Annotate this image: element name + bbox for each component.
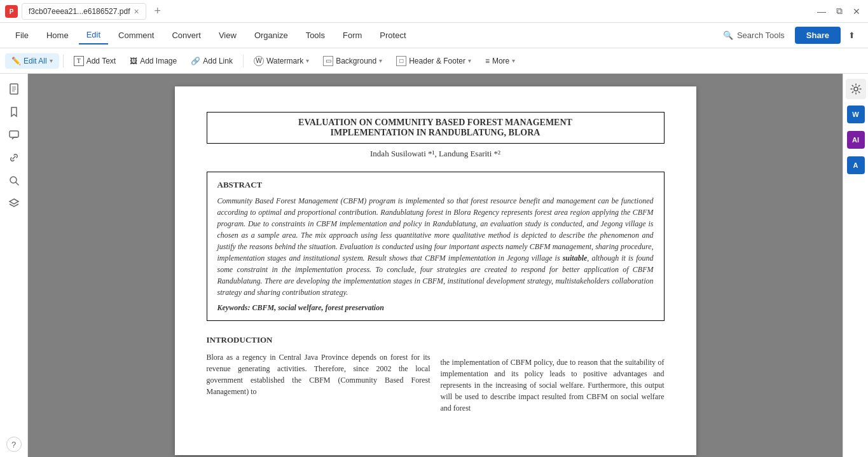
add-text-label: Add Text [86,57,116,65]
add-image-label: Add Image [140,57,177,65]
pdf-title-line2: IMPLEMENTATION IN RANDUBLATUNG, BLORA [220,128,651,138]
intro-col2: the implementation of CBFM policy, due t… [441,334,665,414]
new-tab-button[interactable]: + [150,4,165,19]
menu-comment[interactable]: Comment [111,27,162,44]
app-layout: ? EVALUATION ON COMMUNITY BASED FOREST M… [0,74,868,457]
authors-text: Indah Susilowati *¹, Landung Esariti *² [370,149,500,158]
word-plugin-icon[interactable]: W [846,104,866,125]
sidebar-search-icon[interactable] [4,170,24,191]
keywords-label: Keywords: [217,303,251,312]
text-icon: T [74,56,84,66]
edit-icon: ✏️ [11,57,21,65]
edit-all-label: Edit All [24,57,47,65]
add-image-button[interactable]: 🖼 Add Image [123,53,183,69]
header-footer-label: Header & Footer [409,57,465,65]
image-icon: 🖼 [130,57,137,65]
more-icon: ≡ [485,57,490,65]
chevron-down-icon: ▾ [50,57,53,64]
search-tools-button[interactable]: 🔍 Search Tools [715,27,792,44]
intro-col1-text: Blora as a regency in Central Java Provi… [207,353,431,396]
watermark-icon: W [254,56,264,66]
menu-home[interactable]: Home [39,27,76,44]
separator2 [243,55,244,67]
sidebar-layers-icon[interactable] [4,193,24,214]
sidebar-link-icon[interactable] [4,147,24,168]
svg-point-9 [854,87,858,91]
right-sidebar: W AI A [843,74,868,457]
svg-text:P: P [10,8,14,15]
menu-convert[interactable]: Convert [164,27,209,44]
add-link-label: Add Link [203,57,233,65]
close-button[interactable]: ✕ [850,5,863,18]
main-content[interactable]: EVALUATION ON COMMUNITY BASED FOREST MAN… [28,74,843,457]
intro-col2-text: the implementation of CBFM policy, due t… [441,358,665,413]
background-icon: ▭ [323,56,333,66]
more-label: More [492,57,509,65]
abstract-title: ABSTRACT [217,180,654,190]
more-button[interactable]: ≡ More ▾ [479,53,521,69]
background-button[interactable]: ▭ Background ▾ [317,53,389,69]
menu-edit[interactable]: Edit [79,26,108,44]
header-footer-button[interactable]: □ Header & Footer ▾ [390,53,478,69]
menu-form[interactable]: Form [335,27,369,44]
restore-button[interactable]: ⧉ [834,4,845,18]
left-sidebar: ? [0,74,28,457]
abstract-text: Community Based Forest Management (CBFM)… [217,195,654,298]
tab-close-button[interactable]: × [134,6,139,17]
chevron-down-icon3: ▾ [379,57,382,64]
add-link-button[interactable]: 🔗 Add Link [184,53,239,69]
upload-icon: ⬆ [848,31,855,40]
watermark-label: Watermark [266,57,303,65]
sidebar-bookmark-icon[interactable] [4,102,24,122]
chevron-down-icon4: ▾ [468,57,471,64]
search-icon: 🔍 [723,31,733,40]
link-icon: 🔗 [191,57,200,65]
menu-bar: File Home Edit Comment Convert View Orga… [0,23,868,48]
sidebar-help-icon[interactable]: ? [6,437,22,452]
menu-file[interactable]: File [8,27,36,44]
search-tools-label: Search Tools [737,31,785,40]
intro-col1: INTRODUCTION Blora as a regency in Centr… [207,334,431,414]
menu-organize[interactable]: Organize [247,27,296,44]
title-bar-left: P f3cb07eeea21...e6186527.pdf × + [5,3,809,20]
header-footer-icon: □ [396,56,406,66]
current-tab[interactable]: f3cb07eeea21...e6186527.pdf × [22,3,146,20]
svg-rect-6 [10,131,18,137]
menu-view[interactable]: View [211,27,244,44]
menu-tools[interactable]: Tools [298,27,333,44]
svg-line-8 [16,182,18,185]
pdf-title: EVALUATION ON COMMUNITY BASED FOREST MAN… [207,112,665,144]
upload-button[interactable]: ⬆ [843,28,860,43]
app-icon: P [5,5,18,18]
edit-all-button[interactable]: ✏️ Edit All ▾ [5,53,59,69]
pdf-authors: Indah Susilowati *¹, Landung Esariti *² [207,149,665,159]
tab-filename: f3cb07eeea21...e6186527.pdf [29,7,130,16]
intro-title: INTRODUCTION [207,334,431,346]
watermark-button[interactable]: W Watermark ▾ [247,53,315,69]
chevron-down-icon5: ▾ [512,57,515,64]
add-text-button[interactable]: T Add Text [67,53,122,69]
sidebar-document-icon[interactable] [4,79,24,99]
pdf-title-line1: EVALUATION ON COMMUNITY BASED FOREST MAN… [220,118,651,128]
window-controls: — ⧉ ✕ [815,4,863,18]
background-label: Background [336,57,376,65]
separator [63,55,64,67]
pdf-page: EVALUATION ON COMMUNITY BASED FOREST MAN… [175,86,696,455]
menu-protect[interactable]: Protect [372,27,413,44]
keywords-text: CBFM, social welfare, forest preservatio… [252,303,384,312]
two-column-section: INTRODUCTION Blora as a regency in Centr… [207,334,665,414]
chevron-down-icon2: ▾ [306,57,309,64]
toolbar: ✏️ Edit All ▾ T Add Text 🖼 Add Image 🔗 A… [0,48,868,74]
abstract-box: ABSTRACT Community Based Forest Manageme… [207,172,665,321]
ai-plugin-icon[interactable]: AI [846,130,866,150]
word2-plugin-icon[interactable]: A [846,155,866,175]
keywords: Keywords: CBFM, social welfare, forest p… [217,303,654,313]
title-bar: P f3cb07eeea21...e6186527.pdf × + — ⧉ ✕ [0,0,868,23]
right-settings-icon[interactable] [846,79,866,99]
share-button[interactable]: Share [795,27,841,44]
sidebar-comment-icon[interactable] [4,125,24,145]
minimize-button[interactable]: — [815,5,829,18]
